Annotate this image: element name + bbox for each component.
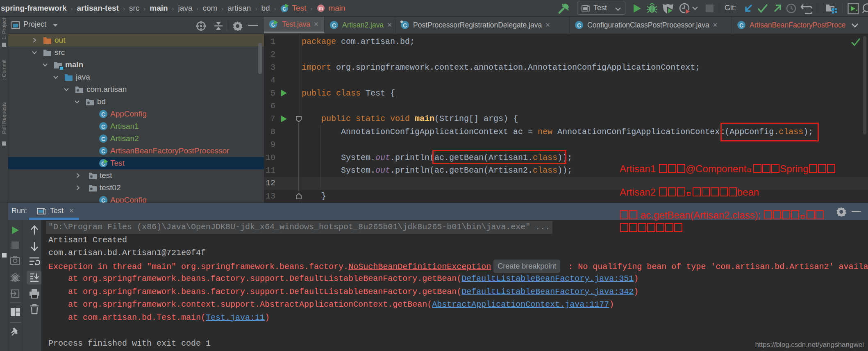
svg-text:C: C	[577, 22, 581, 29]
svg-text:C: C	[101, 136, 105, 142]
svg-text:C: C	[101, 148, 105, 155]
svg-text:C: C	[332, 22, 336, 29]
svg-text:C: C	[739, 22, 743, 29]
svg-text:C: C	[403, 22, 407, 29]
svg-text:C: C	[101, 111, 105, 118]
svg-text:C: C	[101, 123, 105, 130]
svg-text:C: C	[101, 197, 105, 203]
svg-text:m: m	[319, 5, 324, 11]
